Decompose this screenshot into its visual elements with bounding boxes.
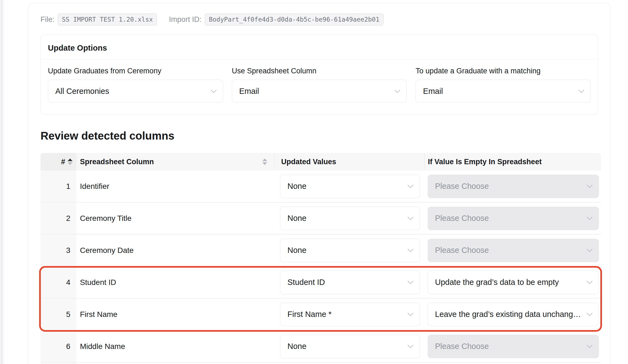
updated-values-select[interactable]: None (280, 335, 420, 358)
file-name-chip: SS IMPORT TEST 1.20.xlsx (58, 13, 157, 25)
row-column-name (76, 363, 275, 364)
table-row: 1 Identifier None Please Choose (41, 171, 601, 203)
chevron-down-icon (578, 87, 584, 93)
sort-icon[interactable] (68, 158, 73, 165)
file-bar: File: SS IMPORT TEST 1.20.xlsx Import ID… (41, 13, 598, 25)
row-number: 3 (41, 235, 76, 266)
chevron-down-icon (587, 182, 592, 188)
row-column-name: Identifier (76, 171, 275, 202)
header-spreadsheet-column-label: Spreadsheet Column (80, 158, 154, 166)
chevron-down-icon (408, 182, 413, 188)
if-empty-select[interactable]: Please Choose (428, 239, 599, 262)
import-id-chip: BodyPart_4f0fe4d3-d0da-4b5c-be96-61a49ae… (205, 13, 384, 25)
row-column-name: Ceremony Date (76, 235, 275, 266)
chevron-down-icon (587, 278, 592, 284)
header-number-label: # (61, 158, 65, 166)
row-column-name: First Name (76, 299, 275, 330)
row-column-name: Middle Name (76, 331, 275, 362)
table-body: 1 Identifier None Please Choose 2 Ceremo… (41, 171, 601, 364)
review-heading: Review detected columns (41, 129, 598, 142)
update-options-card: Update Options Update Graduates from Cer… (41, 34, 598, 114)
updated-values-select[interactable]: None (280, 207, 420, 230)
chevron-down-icon (587, 214, 592, 220)
header-spreadsheet-column[interactable]: Spreadsheet Column (76, 153, 275, 171)
row-column-name: Student ID (76, 267, 275, 298)
updated-values-select[interactable]: None (280, 239, 420, 262)
spreadsheet-column-select[interactable]: Email (232, 80, 407, 103)
header-updated-values: Updated Values (275, 153, 425, 171)
row-number: 4 (41, 267, 76, 298)
table-row: 4 Student ID Student ID Update the grad’… (41, 267, 601, 299)
ceremony-filter-label: Update Graduates from Ceremony (48, 67, 223, 75)
updated-values-select-value: None (287, 246, 404, 255)
if-empty-select-value: Please Choose (435, 246, 583, 255)
ceremony-filter-value: All Ceremonies (55, 87, 207, 96)
header-if-empty: If Value Is Empty In Spreadsheet (425, 153, 601, 171)
chevron-down-icon (408, 214, 413, 220)
if-empty-select-value: Leave the grad’s existing data unchang… (435, 310, 583, 319)
updated-values-select-value: None (287, 342, 404, 351)
table-row: 5 First Name First Name * Leave the grad… (41, 299, 601, 331)
row-number: 6 (41, 331, 76, 362)
import-panel: File: SS IMPORT TEST 1.20.xlsx Import ID… (28, 3, 610, 364)
if-empty-select[interactable]: Leave the grad’s existing data unchang… (428, 303, 599, 326)
table-row: 2 Ceremony Title None Please Choose (41, 203, 601, 235)
spreadsheet-column-label: Use Spreadsheet Column (232, 67, 407, 75)
if-empty-select-value: Please Choose (435, 214, 583, 223)
update-options-title: Update Options (41, 35, 598, 59)
spreadsheet-column-value: Email (239, 87, 391, 96)
row-number: 5 (41, 299, 76, 330)
chevron-down-icon (394, 87, 400, 93)
if-empty-select[interactable]: Please Choose (428, 175, 599, 198)
header-updated-values-label: Updated Values (281, 158, 336, 166)
file-label: File: (41, 15, 54, 24)
updated-values-select[interactable]: Student ID (280, 271, 420, 294)
ceremony-filter-select[interactable]: All Ceremonies (48, 80, 223, 103)
row-number: 1 (41, 171, 76, 202)
table-row (41, 363, 601, 364)
table-header-row: # Spreadsheet Column Updated Values If V… (41, 153, 601, 171)
updated-values-select-value: None (287, 214, 404, 223)
chevron-down-icon (408, 342, 413, 348)
chevron-down-icon (587, 310, 592, 316)
chevron-down-icon (587, 342, 592, 348)
updated-values-select-value: Student ID (287, 278, 404, 287)
matching-field-value: Email (423, 87, 574, 96)
if-empty-select[interactable]: Update the grad’s data to be empty (428, 271, 599, 294)
page-edge-shadow (1, 0, 5, 364)
chevron-down-icon (408, 246, 413, 252)
matching-field-select[interactable]: Email (416, 80, 591, 103)
chevron-down-icon (211, 87, 217, 93)
table-row: 3 Ceremony Date None Please Choose (41, 235, 601, 267)
chevron-down-icon (408, 310, 413, 316)
if-empty-select[interactable]: Please Choose (428, 207, 599, 230)
updated-values-select-value: First Name * (287, 310, 404, 319)
if-empty-select-value: Please Choose (435, 342, 583, 351)
row-column-name: Ceremony Title (76, 203, 275, 234)
table-row: 6 Middle Name None Please Choose (41, 331, 601, 363)
updated-values-select[interactable]: First Name * (280, 303, 420, 326)
row-number (41, 363, 76, 364)
updated-values-select-value: None (287, 182, 404, 191)
import-id-label: Import ID: (169, 15, 201, 24)
chevron-down-icon (587, 246, 592, 252)
updated-values-select[interactable]: None (280, 175, 420, 198)
detected-columns-table: # Spreadsheet Column Updated Values If V… (41, 153, 601, 364)
row-number: 2 (41, 203, 76, 234)
header-number[interactable]: # (41, 153, 76, 171)
if-empty-select[interactable]: Please Choose (428, 335, 599, 358)
header-if-empty-label: If Value Is Empty In Spreadsheet (428, 158, 542, 166)
sort-icon[interactable] (262, 158, 267, 165)
if-empty-select-value: Please Choose (435, 182, 583, 191)
if-empty-select-value: Update the grad’s data to be empty (435, 278, 583, 287)
matching-field-label: To update a Graduate with a matching (416, 67, 591, 75)
chevron-down-icon (408, 278, 413, 284)
